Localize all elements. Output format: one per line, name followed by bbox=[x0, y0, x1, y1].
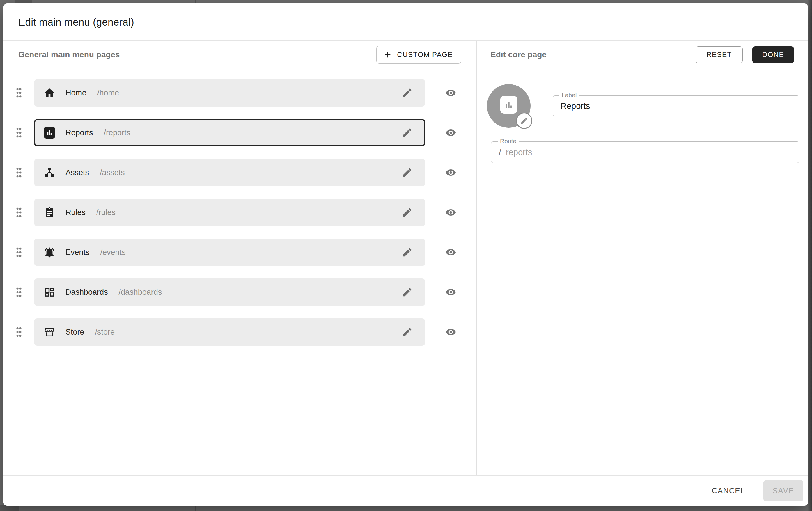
edit-page-button[interactable] bbox=[401, 126, 413, 139]
pencil-icon bbox=[520, 117, 528, 125]
visibility-toggle-button[interactable] bbox=[425, 206, 476, 219]
menu-item-label: Home bbox=[65, 88, 86, 97]
eye-icon bbox=[445, 246, 457, 259]
menu-item-row[interactable]: Home /home bbox=[34, 79, 425, 107]
drag-handle-icon[interactable] bbox=[3, 286, 34, 299]
route-prefix: / bbox=[499, 148, 501, 157]
menu-item-route: /assets bbox=[100, 168, 125, 177]
events-icon bbox=[44, 246, 55, 258]
visibility-toggle-button[interactable] bbox=[425, 166, 476, 179]
edit-core-page-panel: Edit core page RESET DONE bbox=[477, 41, 808, 476]
menu-item: Store /store bbox=[3, 318, 476, 346]
assets-icon bbox=[44, 167, 55, 178]
plus-icon bbox=[383, 50, 392, 59]
add-custom-page-label: CUSTOM PAGE bbox=[397, 51, 453, 59]
route-field-caption: Route bbox=[498, 138, 519, 145]
left-panel-title: General main menu pages bbox=[18, 50, 120, 59]
dashboards-icon bbox=[44, 287, 55, 298]
menu-item-row[interactable]: Rules /rules bbox=[34, 199, 425, 226]
menu-item-row[interactable]: Reports /reports bbox=[34, 119, 425, 146]
visibility-toggle-button[interactable] bbox=[425, 126, 476, 139]
background-page-fragment bbox=[0, 505, 19, 511]
menu-item-label: Reports bbox=[65, 128, 93, 137]
edit-page-button[interactable] bbox=[401, 246, 413, 259]
menu-item-route: /events bbox=[100, 248, 126, 257]
eye-icon bbox=[445, 206, 457, 218]
menu-item-route: /reports bbox=[104, 128, 131, 137]
menu-item: Reports /reports bbox=[3, 119, 476, 146]
menu-item-label: Store bbox=[65, 328, 84, 337]
right-panel-header: Edit core page RESET DONE bbox=[477, 41, 808, 69]
menu-item-row[interactable]: Events /events bbox=[34, 239, 425, 266]
menu-item-route: /home bbox=[97, 88, 119, 97]
cancel-button[interactable]: CANCEL bbox=[703, 480, 754, 502]
menu-item-route: /dashboards bbox=[119, 288, 162, 297]
save-button[interactable]: SAVE bbox=[763, 480, 803, 502]
menu-item-label: Dashboards bbox=[65, 288, 108, 297]
pencil-icon bbox=[402, 207, 413, 218]
eye-icon bbox=[445, 87, 457, 99]
dialog-titlebar: Edit main menu (general) bbox=[3, 3, 808, 41]
visibility-toggle-button[interactable] bbox=[425, 286, 476, 299]
route-field[interactable]: Route / reports bbox=[491, 142, 800, 163]
label-field[interactable]: Label Reports bbox=[553, 95, 800, 116]
menu-item: Dashboards /dashboards bbox=[3, 278, 476, 306]
done-button[interactable]: DONE bbox=[752, 46, 794, 63]
edit-page-button[interactable] bbox=[401, 326, 413, 338]
home-icon bbox=[44, 87, 55, 99]
edit-page-button[interactable] bbox=[401, 206, 413, 219]
menu-item: Home /home bbox=[3, 79, 476, 107]
drag-handle-icon[interactable] bbox=[3, 126, 34, 139]
eye-icon bbox=[445, 286, 457, 298]
drag-handle-icon[interactable] bbox=[3, 246, 34, 259]
page-icon-avatar bbox=[487, 84, 530, 128]
core-page-form: Label Reports Route / reports bbox=[477, 69, 808, 476]
eye-icon bbox=[445, 167, 457, 179]
dialog-body: General main menu pages CUSTOM PAGE bbox=[3, 41, 808, 476]
label-field-value[interactable]: Reports bbox=[560, 101, 590, 111]
store-icon bbox=[44, 326, 55, 338]
change-icon-button[interactable] bbox=[516, 113, 532, 129]
eye-icon bbox=[445, 326, 457, 338]
pencil-icon bbox=[402, 87, 413, 98]
menu-item-route: /rules bbox=[96, 208, 116, 217]
pencil-icon bbox=[402, 167, 413, 178]
add-custom-page-button[interactable]: CUSTOM PAGE bbox=[376, 46, 461, 64]
edit-page-button[interactable] bbox=[401, 286, 413, 299]
drag-handle-icon[interactable] bbox=[3, 86, 34, 99]
bar-chart-icon bbox=[44, 127, 55, 139]
right-panel-title: Edit core page bbox=[490, 50, 547, 59]
menu-item-label: Rules bbox=[65, 208, 86, 217]
drag-handle-icon[interactable] bbox=[3, 326, 34, 338]
pencil-icon bbox=[402, 247, 413, 258]
menu-item-label: Assets bbox=[65, 168, 89, 177]
route-field-value[interactable]: reports bbox=[506, 148, 532, 157]
left-panel-header: General main menu pages CUSTOM PAGE bbox=[3, 41, 476, 69]
menu-pages-panel: General main menu pages CUSTOM PAGE bbox=[3, 41, 476, 476]
drag-handle-icon[interactable] bbox=[3, 206, 34, 219]
visibility-toggle-button[interactable] bbox=[425, 326, 476, 338]
pencil-icon bbox=[402, 287, 413, 298]
edit-page-button[interactable] bbox=[401, 166, 413, 179]
edit-page-button[interactable] bbox=[401, 86, 413, 99]
dialog-title: Edit main menu (general) bbox=[18, 16, 134, 28]
menu-item-route: /store bbox=[95, 328, 115, 337]
pencil-icon bbox=[402, 127, 413, 138]
dialog-footer: CANCEL SAVE bbox=[3, 476, 808, 506]
rules-icon bbox=[44, 207, 55, 218]
menu-item-list: Home /home Report bbox=[3, 69, 476, 476]
drag-handle-icon[interactable] bbox=[3, 166, 34, 179]
label-field-caption: Label bbox=[559, 92, 579, 99]
menu-item-row[interactable]: Assets /assets bbox=[34, 159, 425, 186]
menu-item-row[interactable]: Dashboards /dashboards bbox=[34, 278, 425, 306]
visibility-toggle-button[interactable] bbox=[425, 246, 476, 259]
menu-item: Assets /assets bbox=[3, 159, 476, 186]
visibility-toggle-button[interactable] bbox=[425, 86, 476, 99]
reset-button[interactable]: RESET bbox=[696, 46, 743, 63]
menu-item-row[interactable]: Store /store bbox=[34, 318, 425, 346]
menu-item-label: Events bbox=[65, 248, 90, 257]
edit-main-menu-dialog: Edit main menu (general) General main me… bbox=[3, 3, 808, 506]
eye-icon bbox=[445, 127, 457, 139]
pencil-icon bbox=[402, 327, 413, 337]
menu-item: Events /events bbox=[3, 239, 476, 266]
